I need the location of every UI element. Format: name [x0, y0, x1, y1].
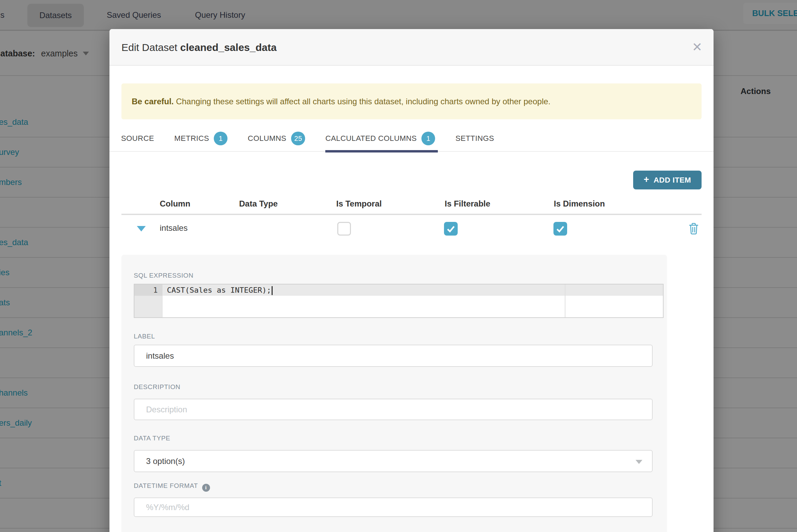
column-header-is-temporal: Is Temporal	[336, 199, 382, 209]
description-field-label: DESCRIPTION	[134, 383, 180, 391]
column-header-is-dimension: Is Dimension	[554, 199, 605, 209]
plus-icon: +	[644, 174, 649, 185]
tab-label: SOURCE	[121, 134, 154, 143]
sql-code-editor[interactable]: 1 CAST(Sales as INTEGER);	[134, 284, 664, 318]
modal-title-prefix: Edit Dataset	[121, 42, 177, 53]
close-icon[interactable]: ✕	[687, 29, 707, 66]
datetime-format-label-text: DATETIME FORMAT	[134, 482, 198, 489]
editor-line-number: 1	[134, 284, 162, 296]
description-input[interactable]	[134, 399, 653, 420]
delete-trash-icon[interactable]	[688, 222, 699, 235]
label-input[interactable]	[134, 345, 653, 367]
modal-tabs: SOURCE METRICS1 COLUMNS25 CALCULATED COL…	[109, 125, 714, 152]
edit-dataset-modal: Edit Dataset cleaned_sales_data ✕ Be car…	[109, 29, 714, 532]
column-header-column: Column	[160, 199, 190, 209]
tab-settings[interactable]: SETTINGS	[455, 125, 494, 152]
table-header-divider	[121, 214, 702, 215]
add-item-button[interactable]: +ADD ITEM	[633, 171, 702, 189]
modal-title-dataset-name: cleaned_sales_data	[180, 42, 277, 53]
tab-metrics[interactable]: METRICS1	[174, 125, 228, 152]
calculated-columns-count-badge: 1	[421, 132, 435, 145]
tab-label: SETTINGS	[455, 134, 494, 143]
info-icon[interactable]: i	[202, 484, 210, 492]
tab-label: CALCULATED COLUMNS	[325, 134, 417, 143]
warning-banner: Be careful. Changing these settings will…	[121, 83, 702, 119]
sql-expression-label: SQL EXPRESSION	[134, 272, 194, 279]
tab-label: COLUMNS	[248, 134, 286, 143]
modal-title: Edit Dataset cleaned_sales_data	[121, 29, 277, 66]
calculated-column-name: intsales	[160, 223, 187, 233]
tab-source[interactable]: SOURCE	[121, 125, 154, 152]
is-dimension-checkbox[interactable]	[553, 222, 567, 236]
datetime-format-field-label: DATETIME FORMATi	[134, 482, 210, 492]
columns-count-badge: 25	[291, 132, 305, 145]
data-type-select[interactable]: 3 option(s)	[134, 450, 653, 472]
sql-code-line[interactable]: CAST(Sales as INTEGER);	[167, 284, 273, 296]
column-header-is-filterable: Is Filterable	[445, 199, 490, 209]
warning-text: Changing these settings will affect all …	[174, 97, 551, 106]
modal-header: Edit Dataset cleaned_sales_data ✕	[109, 29, 714, 66]
chevron-down-icon	[636, 460, 642, 464]
column-header-data-type: Data Type	[239, 199, 278, 209]
tab-label: METRICS	[174, 134, 209, 143]
is-temporal-checkbox[interactable]	[337, 222, 351, 236]
is-filterable-checkbox[interactable]	[444, 222, 458, 236]
sql-code-text: CAST(Sales as INTEGER);	[167, 286, 271, 294]
tab-columns[interactable]: COLUMNS25	[248, 125, 305, 152]
data-type-value: 3 option(s)	[146, 456, 185, 466]
editor-print-margin	[565, 284, 565, 317]
metrics-count-badge: 1	[214, 132, 227, 145]
warning-bold-text: Be careful.	[132, 97, 174, 106]
datasets-page: s Datasets Saved Queries Query History B…	[0, 0, 797, 532]
add-item-label: ADD ITEM	[654, 176, 691, 185]
collapse-row-caret-icon[interactable]	[137, 226, 146, 231]
data-type-field-label: DATA TYPE	[134, 435, 170, 442]
text-cursor	[272, 286, 273, 295]
calculated-column-detail-panel: SQL EXPRESSION 1 CAST(Sales as INTEGER);…	[121, 255, 667, 532]
label-field-label: LABEL	[134, 333, 155, 340]
datetime-format-input[interactable]	[134, 497, 653, 517]
tab-calculated-columns[interactable]: CALCULATED COLUMNS1	[325, 125, 435, 152]
